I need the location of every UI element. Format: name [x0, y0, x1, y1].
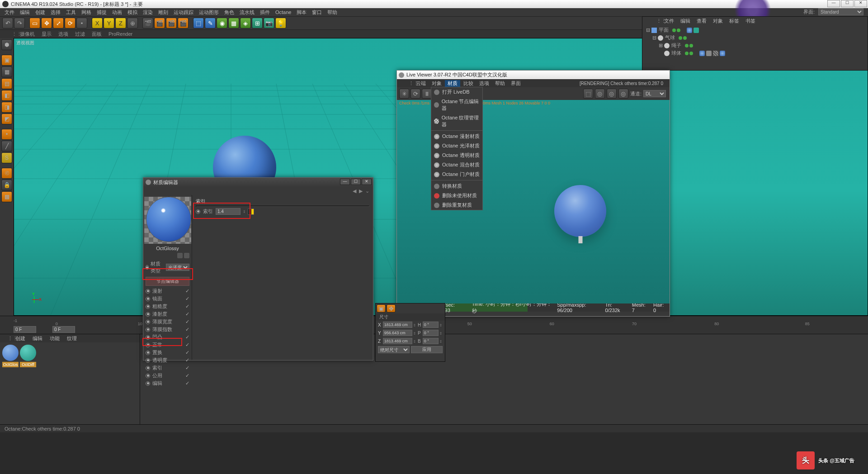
menu-sculpt[interactable]: 雕刻	[156, 9, 170, 16]
lv-lock-icon[interactable]: ⬚	[583, 89, 593, 99]
coord-y-input[interactable]	[383, 330, 412, 336]
render-settings-icon[interactable]: 🎬	[166, 18, 177, 28]
menu-character[interactable]: 角色	[222, 9, 236, 16]
frame-current-input[interactable]	[52, 326, 75, 333]
object-row[interactable]: ⊟ 平面	[646, 26, 864, 34]
channel-common[interactable]: 公用✓	[143, 372, 192, 379]
vp-options[interactable]: 选项	[56, 31, 71, 38]
layout-select[interactable]: Standard	[818, 8, 863, 15]
menu-edit[interactable]: 编辑	[18, 9, 32, 16]
cp-tool1-icon[interactable]: ▣	[377, 304, 386, 313]
dd-diffuse-mat[interactable]: Octane 漫射材质	[431, 132, 482, 141]
channel-opacity[interactable]: 透明度✓	[143, 356, 192, 364]
environment-icon[interactable]: ⊞	[252, 18, 263, 28]
window-maximize[interactable]: ☐	[841, 0, 854, 7]
menu-render[interactable]: 渲染	[141, 9, 155, 16]
dialog-close[interactable]: ✕	[362, 179, 372, 185]
menu-pipeline[interactable]: 流水线	[237, 9, 257, 16]
menu-create[interactable]: 创建	[33, 9, 47, 16]
render-region-icon[interactable]: 🎬	[178, 18, 189, 28]
lv-material[interactable]: 材质	[445, 80, 460, 87]
dd-specular-mat[interactable]: Octane 透明材质	[431, 151, 482, 160]
menu-file[interactable]: 文件	[2, 9, 17, 16]
lv-channel-select[interactable]: DL	[643, 90, 666, 97]
vp-display[interactable]: 显示	[39, 31, 54, 38]
menu-snap[interactable]: 捕捉	[94, 9, 109, 16]
menu-octane[interactable]: Octane	[273, 9, 293, 15]
workplane-icon[interactable]: ▤	[1, 78, 12, 89]
vp-panel[interactable]: 面板	[89, 31, 104, 38]
obj-view[interactable]: 查看	[694, 18, 709, 24]
channel-specular[interactable]: 镜面✓	[143, 295, 192, 303]
dialog-minimize[interactable]: —	[340, 179, 350, 185]
light-icon[interactable]: 💡	[275, 18, 286, 28]
enable-axis-icon[interactable]: ⧀	[1, 168, 12, 179]
cp-tool2-icon[interactable]: ✥	[387, 304, 396, 313]
channel-film-width[interactable]: 薄膜宽度✓	[143, 318, 192, 326]
nav-prev-icon[interactable]: ◀	[353, 188, 356, 194]
radio-icon[interactable]	[196, 209, 200, 214]
dd-texture-manager[interactable]: Octane 纹理管理器	[431, 113, 482, 129]
channel-diffuse[interactable]: 漫射✓	[143, 287, 192, 295]
obj-tags[interactable]: 标签	[726, 18, 742, 24]
select-live-icon[interactable]: ▭	[29, 18, 40, 28]
menu-simulate[interactable]: 模拟	[125, 9, 140, 16]
frame-start-input[interactable]	[14, 326, 36, 333]
menu-plugins[interactable]: 插件	[258, 9, 272, 16]
lv-interface[interactable]: 界面	[508, 80, 524, 87]
coord-p-input[interactable]	[423, 330, 439, 336]
node-editor-button[interactable]: 节点编辑器	[146, 277, 189, 286]
nav-menu-icon[interactable]: ⌄	[365, 188, 369, 194]
make-editable-icon[interactable]: ⬢	[1, 39, 12, 50]
mat-edit[interactable]: 编辑	[29, 335, 46, 342]
lv-pick3-icon[interactable]: ◎	[618, 89, 628, 99]
nav-next-icon[interactable]: ▶	[359, 188, 363, 194]
lv-pick1-icon[interactable]: ◎	[595, 89, 605, 99]
menu-script[interactable]: 脚本	[294, 9, 309, 16]
lv-compare[interactable]: 比较	[461, 80, 476, 87]
coord-mode-select[interactable]: 绝对尺寸	[378, 346, 410, 353]
index-input[interactable]	[216, 208, 241, 215]
channel-displacement[interactable]: 置换✓	[143, 349, 192, 356]
channel-normal[interactable]: 正常✓	[143, 341, 192, 349]
coord-h-input[interactable]	[423, 322, 439, 328]
menu-animate[interactable]: 动画	[110, 9, 124, 16]
menu-tools[interactable]: 工具	[64, 9, 78, 16]
menu-help[interactable]: 帮助	[325, 9, 340, 16]
dialog-maximize[interactable]: ☐	[351, 179, 361, 185]
channel-bump[interactable]: 凹凸✓	[143, 333, 192, 341]
vp-cameras[interactable]: 摄像机	[17, 31, 38, 38]
object-row[interactable]: 球体	[646, 49, 864, 57]
snap-icon[interactable]: 🔒	[1, 180, 12, 190]
coord-x-input[interactable]	[383, 322, 412, 328]
scale-icon[interactable]: ⤢	[53, 18, 64, 28]
quantize-icon[interactable]: ▩	[1, 191, 12, 202]
lv-refresh-icon[interactable]: ⟳	[410, 89, 420, 99]
lv-cloud[interactable]: 云端	[413, 80, 429, 87]
coord-z-input[interactable]	[383, 338, 412, 344]
object-mode-icon[interactable]: ◨	[1, 102, 12, 113]
array-icon[interactable]: ▦	[228, 18, 239, 28]
cube-primitive-icon[interactable]: ⬚	[193, 18, 204, 28]
mat-function[interactable]: 功能	[47, 335, 63, 342]
menu-tracker[interactable]: 运动跟踪	[171, 9, 196, 16]
window-close[interactable]: ✕	[854, 0, 867, 7]
material-item[interactable]: OctGlos	[2, 345, 19, 366]
nav-left-icon[interactable]	[177, 253, 183, 258]
redo-icon[interactable]: ↷	[14, 18, 25, 28]
axis-mode-icon[interactable]: ◩	[1, 114, 12, 124]
obj-file[interactable]: 文件	[661, 18, 677, 24]
channel-roughness[interactable]: 粗糙度✓	[143, 303, 192, 310]
index-slider[interactable]	[248, 209, 254, 215]
channel-film-index[interactable]: 薄膜指数✓	[143, 326, 192, 333]
material-editor-titlebar[interactable]: 材质编辑器 — ☐ ✕	[143, 178, 373, 187]
material-type-select[interactable]: 光泽度	[166, 264, 189, 271]
lv-pick2-icon[interactable]: ◎	[607, 89, 617, 99]
lv-pause-icon[interactable]: ⏸	[422, 89, 432, 99]
window-minimize[interactable]: —	[827, 0, 840, 7]
live-viewer-titlebar[interactable]: Live Viewer 3.07-R2 中国C4D联盟中文汉化版	[397, 71, 670, 79]
undo-icon[interactable]: ↶	[2, 18, 13, 28]
object-row[interactable]: ⊟ 气球	[646, 34, 864, 42]
dd-del-dup[interactable]: 删除重复材质	[431, 200, 482, 210]
radio-icon[interactable]	[146, 265, 149, 270]
